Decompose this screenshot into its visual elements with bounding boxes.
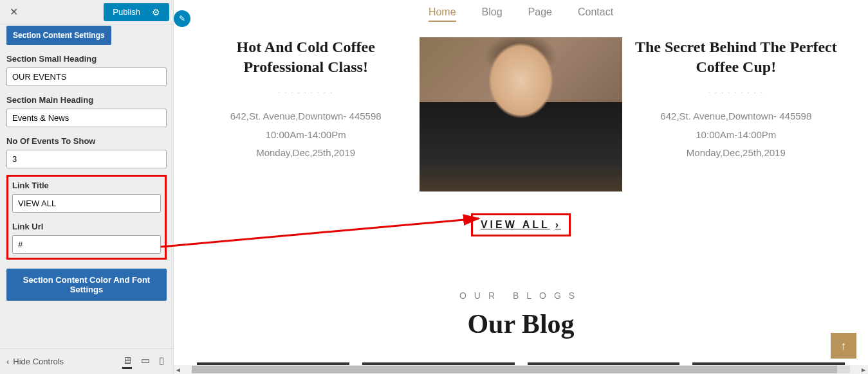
edit-pencil-icon[interactable]: ✎ [174,10,190,27]
publish-label: Publish [113,7,140,17]
nav-home[interactable]: Home [429,6,456,22]
hide-controls-button[interactable]: ‹ Hide Controls [6,357,64,366]
scroll-top-button[interactable]: ↑ [831,333,856,359]
field-link-url: Link Url [12,222,161,254]
view-all-highlight: VIEW ALL › [471,213,571,236]
scrollbar-thumb[interactable] [192,366,837,373]
view-all-label: VIEW ALL [481,219,550,231]
mobile-icon[interactable]: ▯ [159,355,164,369]
no-events-input[interactable] [6,150,167,168]
customizer-sidebar: ✕ Publish ⚙ Section Content Settings Sec… [0,0,174,374]
blog-small-heading: OUR BLOGS [174,290,868,301]
event-card: The Secret Behind The Perfect Coffee Cup… [622,37,850,191]
color-font-settings-button[interactable]: Section Content Color And Font Settings [6,269,167,301]
sidebar-header: ✕ Publish ⚙ [0,0,173,24]
desktop-icon[interactable]: 🖥 [122,355,132,369]
field-main-heading: Section Main Heading [6,95,167,127]
field-small-heading: Section Small Heading [6,54,167,86]
small-heading-input[interactable] [6,67,167,86]
view-all-container: VIEW ALL › [174,213,868,236]
event-time: 10:00Am-14:00Pm [205,126,407,145]
section-content-settings-button[interactable]: Section Content Settings [6,26,111,45]
event-time: 10:00Am-14:00Pm [635,126,837,145]
preview-pane: ✎ Home Blog Page Contact Hot And Cold Co… [174,0,868,374]
scroll-right-icon[interactable]: ► [859,366,868,373]
event-image [420,37,622,191]
link-url-input[interactable] [12,235,161,254]
event-title: The Secret Behind The Perfect Coffee Cup… [635,37,837,77]
event-date: Monday,Dec,25th,2019 [635,144,837,163]
divider-icon: - - - - - - - - - [205,89,407,96]
view-all-button[interactable]: VIEW ALL › [481,219,561,231]
events-row: Hot And Cold Coffee Professional Class! … [192,37,850,191]
nav-blog[interactable]: Blog [482,6,503,22]
horizontal-scrollbar[interactable]: ◄ ► [174,365,868,374]
field-link-title: Link Title [12,181,161,213]
blog-section: OUR BLOGS Our Blog [174,271,868,370]
event-date: Monday,Dec,25th,2019 [205,144,407,163]
event-address: 642,St. Avenue,Downtown- 445598 [635,107,837,126]
chevron-right-icon: › [555,219,561,231]
sidebar-content: Section Content Settings Section Small H… [0,24,173,349]
scrollbar-track[interactable] [192,366,850,373]
blog-main-heading: Our Blog [174,308,868,339]
link-url-label: Link Url [12,222,161,231]
divider-icon: - - - - - - - - - [635,89,837,96]
hide-controls-label: Hide Controls [13,357,64,366]
main-heading-label: Section Main Heading [6,95,167,105]
main-heading-input[interactable] [6,109,167,127]
sidebar-footer: ‹ Hide Controls 🖥 ▭ ▯ [0,348,173,374]
link-title-label: Link Title [12,181,161,190]
small-heading-label: Section Small Heading [6,54,167,64]
event-title: Hot And Cold Coffee Professional Class! [205,37,407,77]
nav-page[interactable]: Page [528,6,552,22]
event-address: 642,St. Avenue,Downtown- 445598 [205,107,407,126]
highlighted-link-fields: Link Title Link Url [6,175,167,260]
tablet-icon[interactable]: ▭ [141,355,150,369]
preview-content[interactable]: ✎ Home Blog Page Contact Hot And Cold Co… [174,0,868,374]
scroll-left-icon[interactable]: ◄ [174,366,183,373]
site-nav: Home Blog Page Contact [174,0,868,28]
field-no-events: No Of Events To Show [6,136,167,168]
event-card: Hot And Cold Coffee Professional Class! … [192,37,420,191]
gear-icon: ⚙ [152,7,160,17]
close-button[interactable]: ✕ [4,3,23,22]
device-switcher: 🖥 ▭ ▯ [122,355,164,369]
chevron-left-icon: ‹ [6,357,9,366]
nav-contact[interactable]: Contact [578,6,613,22]
publish-button[interactable]: Publish ⚙ [104,3,169,21]
link-title-input[interactable] [12,194,161,213]
no-events-label: No Of Events To Show [6,136,167,146]
